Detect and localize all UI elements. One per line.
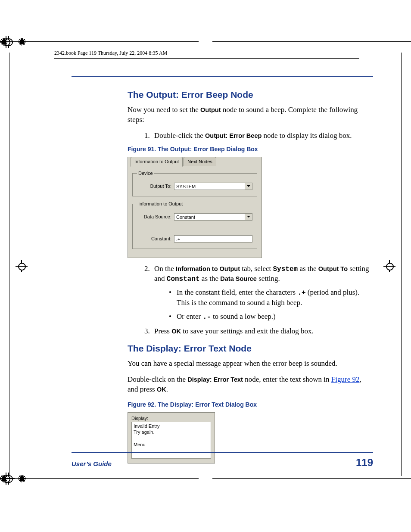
text: tab, select	[240, 264, 273, 273]
crop-marks-bottom	[0, 478, 411, 479]
sub-step-high-beep: In the constant field, enter the charact…	[167, 288, 373, 308]
text: Or enter	[177, 312, 202, 320]
tab-information-to-output[interactable]: Information to Output	[131, 157, 183, 167]
step-3: Press OK to save your settings and exit …	[152, 327, 373, 336]
chevron-down-icon[interactable]	[245, 183, 252, 190]
text: as the	[200, 274, 221, 283]
constant-label: Constant:	[141, 236, 171, 242]
display-label: Display:	[131, 415, 211, 422]
bold-term: OK	[171, 328, 181, 335]
mono-term: System	[273, 265, 298, 273]
text: node to display its dialog box.	[262, 131, 352, 140]
bold-term: Data Source	[220, 275, 257, 282]
crop-marks-top	[0, 41, 411, 42]
text: Double-click on the	[128, 375, 187, 383]
text: node, enter the text shown in	[243, 375, 331, 383]
data-source-value: Constant	[176, 215, 195, 220]
text: to sound a low beep.)	[211, 312, 276, 320]
intro-paragraph: Now you need to set the Output node to s…	[128, 105, 373, 125]
bold-term: Display: Error Text	[187, 376, 243, 383]
text: setting.	[257, 274, 280, 283]
registration-icon	[383, 260, 395, 272]
output-to-value: SYSTEM	[176, 184, 196, 189]
info-legend: Information to Output	[137, 201, 184, 207]
bold-term: OK	[157, 386, 166, 393]
dialog-tabs: Information to Output Next Nodes	[131, 157, 217, 166]
text: .	[166, 385, 168, 393]
crop-line-right	[401, 53, 402, 476]
header-meta: 2342.book Page 119 Thursday, July 22, 20…	[54, 50, 359, 59]
text: Double-click the	[154, 131, 205, 140]
mono-term: Constant	[167, 275, 200, 283]
sub-step-low-beep: Or enter .- to sound a low beep.)	[167, 312, 373, 322]
chevron-down-icon[interactable]	[245, 214, 252, 221]
output-to-dropdown[interactable]: SYSTEM	[174, 183, 252, 190]
page: 2342.book Page 119 Thursday, July 22, 20…	[0, 0, 411, 532]
figure-92-link[interactable]: Figure 92	[331, 375, 360, 383]
bold-term: Information to Output	[176, 265, 240, 272]
device-legend: Device	[137, 170, 154, 177]
data-source-dropdown[interactable]: Constant	[174, 213, 252, 221]
output-to-label: Output To:	[141, 183, 171, 190]
steps-list-1: Double-click the Output: Error Beep node…	[140, 131, 373, 141]
steps-list-2: On the Information to Output tab, select…	[140, 264, 373, 336]
step-1: Double-click the Output: Error Beep node…	[152, 131, 373, 141]
text: Press	[154, 327, 171, 335]
mono-term: .-	[202, 313, 211, 321]
section2-instruction: Double-click on the Display: Error Text …	[128, 375, 373, 395]
page-number: 119	[356, 457, 373, 469]
text: as the	[298, 264, 318, 273]
footer-label: User’s Guide	[72, 460, 112, 467]
content-area: The Output: Error Beep Node Now you need…	[72, 76, 373, 470]
section2-intro: You can have a special message appear wh…	[128, 359, 373, 369]
constant-value: .+	[176, 236, 180, 242]
heading-display-error-text: The Display: Error Text Node	[128, 342, 373, 355]
bold-term: Output	[200, 106, 221, 113]
figure-92-caption: Figure 92. The Display: Error Text Dialo…	[128, 401, 373, 409]
data-source-label: Data Source:	[141, 214, 171, 220]
page-footer: User’s Guide 119	[72, 452, 373, 469]
mono-term: .+	[297, 289, 305, 297]
bold-term: Output: Error Beep	[205, 132, 262, 139]
constant-field[interactable]: .+	[174, 235, 252, 243]
output-error-beep-dialog: Information to Output Next Nodes Device …	[128, 157, 262, 258]
text: On the	[154, 264, 176, 273]
information-to-output-group: Information to Output Data Source: Const…	[132, 201, 257, 249]
device-group: Device Output To: SYSTEM	[132, 170, 257, 196]
crop-line-left	[9, 53, 9, 476]
bold-term: Output To	[318, 265, 348, 272]
figure-91-caption: Figure 91. The Output: Error Beep Dialog…	[128, 145, 373, 153]
text: to save your settings and exit the dialo…	[181, 327, 314, 335]
heading-output-error-beep: The Output: Error Beep Node	[128, 89, 373, 101]
step-2-sublist: In the constant field, enter the charact…	[167, 288, 373, 322]
text: In the constant field, enter the charact…	[177, 288, 297, 296]
registration-icon	[16, 260, 28, 272]
tab-next-nodes[interactable]: Next Nodes	[184, 157, 216, 166]
text: Now you need to set the	[128, 106, 200, 114]
step-2: On the Information to Output tab, select…	[152, 264, 373, 322]
